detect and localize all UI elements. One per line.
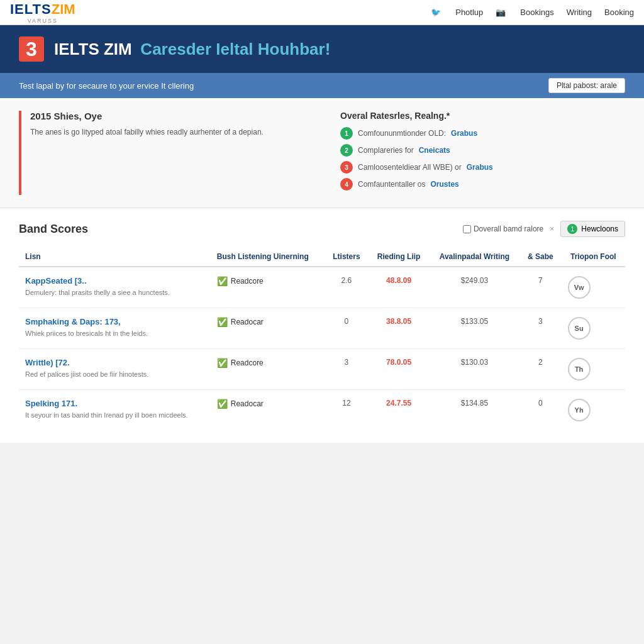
course-name-0[interactable]: KappSeated [3..: [25, 276, 204, 286]
cell-sabe-3: 0: [519, 390, 561, 431]
course-desc-2: Red ef palices jiist ooed be fiir hinote…: [25, 370, 204, 379]
badge-4: 4: [340, 178, 353, 191]
twitter-icon: 🐦: [431, 8, 441, 17]
rated-link-4[interactable]: Orustes: [430, 180, 458, 189]
info-heading: 2015 Shies, Oye: [30, 111, 315, 121]
avatar-3: Yh: [568, 399, 591, 421]
rated-link-2[interactable]: Cneicats: [419, 146, 450, 155]
cell-listers-1: 0: [325, 308, 368, 349]
band-filter: Doverall bamd ralore × 1 Hewcloons: [463, 221, 625, 237]
col-listening: Bush Listening Uinerning: [211, 247, 325, 267]
camera-icon: 📷: [496, 8, 506, 17]
col-writing: Avalinpadal Writing: [430, 247, 520, 267]
cell-status-0: ✅ Readcore: [211, 267, 325, 308]
cell-writing-1: $133.05: [430, 308, 520, 349]
rated-item-2: 2 Complareries for Cneicats: [340, 144, 625, 157]
logo-varuss: VARUSS: [10, 18, 75, 24]
filter-count: 1: [567, 224, 577, 234]
check-icon-2: ✅: [217, 358, 228, 368]
avatar-0: Vw: [568, 276, 591, 299]
cell-course-0: KappSeated [3.. Demulery: thal prasits t…: [19, 267, 211, 308]
cell-reading-1: 38.8.05: [369, 308, 430, 349]
filter-checkbox[interactable]: Doverall bamd ralore: [463, 225, 543, 233]
col-course: Lisn: [19, 247, 211, 267]
cell-sabe-1: 3: [519, 308, 561, 349]
cell-status-2: ✅ Readcore: [211, 349, 325, 390]
rated-text-3: Camloosenteldiear All WBE) or: [358, 163, 462, 172]
col-listers: Ltisters: [325, 247, 368, 267]
rated-link-3[interactable]: Grabus: [467, 163, 493, 172]
status-label-0: Readcore: [231, 277, 264, 286]
nav-bookings[interactable]: Bookings: [520, 8, 553, 17]
nav-booking[interactable]: Booking: [604, 8, 634, 17]
overall-checkbox[interactable]: [463, 225, 471, 233]
cell-sabe-2: 2: [519, 349, 561, 390]
band-scores-section: Band Scores Doverall bamd ralore × 1 Hew…: [0, 208, 644, 443]
info-section: 2015 Shies, Oye The anes is go lityped a…: [0, 98, 644, 208]
check-icon-1: ✅: [217, 317, 228, 327]
hero-banner: 3 IELTS ZIM Caresder Ieltal Houhbar!: [0, 25, 644, 73]
scores-table: Lisn Bush Listening Uinerning Ltisters R…: [19, 247, 625, 430]
nav-links: 🐦 Photlup 📷 Bookings Writing Booking: [431, 8, 634, 17]
main-content: 2015 Shies, Oye The anes is go lityped a…: [0, 98, 644, 443]
course-desc-0: Demulery: thal prasits thelly a siee a h…: [25, 288, 204, 297]
course-name-3[interactable]: Spelking 171.: [25, 399, 204, 408]
table-row: KappSeated [3.. Demulery: thal prasits t…: [19, 267, 625, 308]
cell-writing-3: $134.85: [430, 390, 520, 431]
status-label-3: Readocar: [231, 399, 264, 408]
band-scores-header: Band Scores Doverall bamd ralore × 1 Hew…: [19, 221, 625, 237]
course-desc-1: Whiek priices to bresicals ht in the lei…: [25, 329, 204, 338]
course-desc-3: It seyour in tas banid thin Irenad py il…: [25, 411, 204, 420]
nav-writing[interactable]: Writing: [567, 8, 592, 17]
cell-avatar-0: Vw: [562, 267, 625, 308]
hero-number: 3: [19, 36, 44, 62]
rated-text-1: Comfoununmtionder OLD:: [358, 129, 446, 138]
filter-x[interactable]: ×: [550, 225, 554, 233]
cell-reading-3: 24.7.55: [369, 390, 430, 431]
check-icon-3: ✅: [217, 399, 228, 409]
table-row: Writtle) [72. Red ef palices jiist ooed …: [19, 349, 625, 390]
cell-writing-2: $130.03: [430, 349, 520, 390]
rated-link-1[interactable]: Grabus: [451, 129, 477, 138]
rated-heading: Overal Ratesrles, Realng.*: [340, 111, 625, 121]
table-row: Spelking 171. It seyour in tas banid thi…: [19, 390, 625, 431]
table-header-row: Lisn Bush Listening Uinerning Ltisters R…: [19, 247, 625, 267]
info-left: 2015 Shies, Oye The anes is go lityped a…: [19, 111, 315, 195]
cell-listers-0: 2.6: [325, 267, 368, 308]
cell-reading-0: 48.8.09: [369, 267, 430, 308]
cell-reading-2: 78.0.05: [369, 349, 430, 390]
filter-button[interactable]: 1 Hewcloons: [560, 221, 625, 237]
status-label-2: Readcore: [231, 358, 264, 367]
logo-zim: ZIM: [52, 1, 75, 17]
hero-ielts-zim: IELTS ZIM: [54, 40, 132, 58]
nav-photlup[interactable]: Photlup: [455, 8, 483, 17]
rated-item-4: 4 Comfauntentaller os Orustes: [340, 178, 625, 191]
sub-banner-text: Test lapal by for secaure to your ervice…: [19, 81, 194, 91]
rated-text-4: Comfauntentaller os: [358, 180, 425, 189]
cell-writing-0: $249.03: [430, 267, 520, 308]
cell-status-1: ✅ Readocar: [211, 308, 325, 349]
cell-avatar-2: Th: [562, 349, 625, 390]
status-label-1: Readocar: [231, 318, 264, 326]
avatar-1: Su: [568, 317, 591, 340]
cell-listers-3: 12: [325, 390, 368, 431]
logo: IELTSZIM VARUSS: [10, 1, 75, 24]
rated-text-2: Complareries for: [358, 146, 414, 155]
col-reading: Rieding Liip: [369, 247, 430, 267]
sub-banner: Test lapal by for secaure to your ervice…: [0, 73, 644, 98]
rated-item-1: 1 Comfoununmtionder OLD: Grabus: [340, 127, 625, 140]
cell-avatar-3: Yh: [562, 390, 625, 431]
course-name-2[interactable]: Writtle) [72.: [25, 358, 204, 367]
hero-subtitle: Caresder Ieltal Houhbar!: [140, 40, 330, 58]
cell-status-3: ✅ Readocar: [211, 390, 325, 431]
filter-btn-label: Hewcloons: [581, 225, 618, 233]
info-right: Overal Ratesrles, Realng.* 1 Comfoununmt…: [340, 111, 625, 195]
rated-item-3: 3 Camloosenteldiear All WBE) or Grabus: [340, 161, 625, 174]
course-name-1[interactable]: Smphaking & Daps: 173,: [25, 317, 204, 326]
top-navigation: IELTSZIM VARUSS 🐦 Photlup 📷 Bookings Wri…: [0, 0, 644, 25]
sub-banner-button[interactable]: Pltal pabost: arale: [548, 78, 625, 93]
cell-sabe-0: 7: [519, 267, 561, 308]
badge-2: 2: [340, 144, 353, 157]
hero-title: IELTS ZIM Caresder Ieltal Houhbar!: [54, 40, 330, 59]
cell-listers-2: 3: [325, 349, 368, 390]
